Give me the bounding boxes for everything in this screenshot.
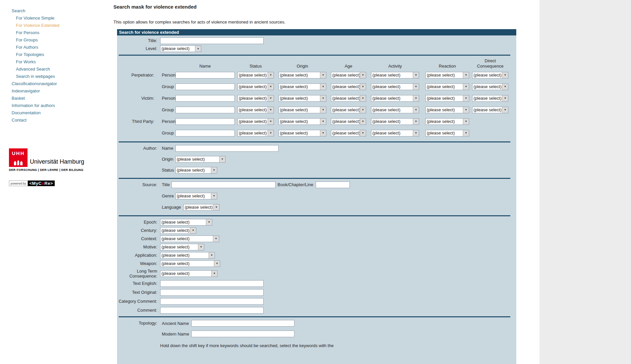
matrix-activity-select[interactable]: (please select)▼ — [371, 118, 419, 125]
matrix-activity-select[interactable]: (please select)▼ — [371, 83, 419, 90]
matrix-age-select[interactable]: (please select)▼ — [331, 118, 366, 125]
chevron-down-icon: ▼ — [211, 271, 217, 277]
chevron-down-icon: ▼ — [360, 130, 366, 136]
source-genre-select[interactable]: (please select)▼ — [175, 193, 217, 199]
matrix-name-input[interactable] — [175, 95, 235, 102]
sidebar-item[interactable]: Advanced Search — [16, 66, 101, 73]
matrix-status-select[interactable]: (please select)▼ — [237, 95, 274, 102]
sidebar-item[interactable]: Documentation — [12, 109, 101, 117]
modern-name-input[interactable] — [191, 331, 294, 337]
matrix-activity-select[interactable]: (please select)▼ — [371, 72, 419, 78]
matrix-name-input[interactable] — [175, 83, 235, 90]
sidebar-item[interactable]: Contact — [12, 117, 101, 124]
sidebar-item[interactable]: Information for authors — [12, 102, 101, 109]
matrix-origin-select[interactable]: (please select)▼ — [279, 83, 326, 90]
source-language-select[interactable]: (please select)▼ — [183, 204, 220, 211]
matrix-age-select[interactable]: (please select)▼ — [331, 107, 366, 113]
author-status-select[interactable]: (please select)▼ — [175, 167, 217, 174]
level-select-value: (please select) — [160, 46, 195, 52]
motive-select[interactable]: (please select)▼ — [160, 244, 204, 250]
text-original-label: Text Original: — [117, 290, 157, 295]
sidebar-item[interactable]: For Authors — [16, 44, 101, 51]
title-input[interactable] — [160, 37, 264, 44]
matrix-age-select[interactable]: (please select)▼ — [331, 95, 366, 102]
matrix-direct-consequence-select[interactable]: (please select)▼ — [472, 83, 508, 90]
chevron-down-icon: ▼ — [268, 84, 274, 90]
application-select[interactable]: (please select)▼ — [160, 252, 215, 259]
matrix-status-select[interactable]: (please select)▼ — [237, 83, 274, 90]
sidebar-item[interactable]: Basket — [12, 95, 101, 102]
matrix-status-select[interactable]: (please select)▼ — [237, 118, 274, 125]
sidebar-item[interactable]: Classificationsnavigator — [12, 80, 101, 87]
sidebar-item[interactable]: For Violence Simple — [16, 15, 101, 22]
matrix-direct-consequence-select[interactable]: (please select)▼ — [472, 95, 508, 102]
epoch-select[interactable]: (please select)▼ — [160, 219, 212, 226]
matrix-row: Perpetrator: Person (please select)▼ (p — [117, 72, 516, 78]
mycore-logo: <MyCoRe> — [28, 181, 55, 186]
matrix-reaction-select[interactable]: (please select)▼ — [425, 130, 469, 136]
matrix-name-input[interactable] — [175, 107, 235, 113]
sidebar-item[interactable]: Search — [12, 7, 101, 15]
text-english-input[interactable] — [160, 280, 264, 287]
matrix-direct-consequence-select[interactable]: (please select)▼ — [472, 72, 508, 78]
chevron-down-icon: ▼ — [413, 107, 419, 113]
matrix-origin-select[interactable]: (please select)▼ — [279, 72, 326, 78]
matrix-age-select[interactable]: (please select)▼ — [331, 72, 366, 78]
sidebar-item[interactable]: For Persons — [16, 29, 101, 36]
source-label: Source: — [117, 182, 157, 187]
chevron-down-icon: ▼ — [268, 72, 274, 78]
matrix-name-input[interactable] — [175, 130, 235, 136]
matrix-activity-select[interactable]: (please select)▼ — [371, 95, 419, 102]
chevron-down-icon: ▼ — [463, 84, 469, 90]
level-select[interactable]: (please select) ▼ — [160, 45, 201, 52]
ancient-name-input[interactable] — [191, 320, 294, 327]
uhh-logo[interactable]: UHH Universität Hamburg DER FORSCHUNG | … — [9, 148, 102, 172]
author-origin-select[interactable]: (please select)▼ — [175, 156, 225, 163]
matrix-reaction-select[interactable]: (please select)▼ — [425, 72, 469, 78]
matrix-reaction-select[interactable]: (please select)▼ — [425, 83, 469, 90]
context-select[interactable]: (please select)▼ — [160, 235, 219, 242]
hamburg-castle-icon — [13, 159, 24, 165]
matrix-origin-select[interactable]: (please select)▼ — [279, 130, 326, 136]
author-name-input[interactable] — [175, 145, 279, 152]
matrix-reaction-select[interactable]: (please select)▼ — [425, 107, 469, 113]
sidebar-item[interactable]: For Topologies — [16, 51, 101, 58]
book-chapter-line-input[interactable] — [316, 182, 350, 188]
matrix-origin-select[interactable]: (please select)▼ — [279, 95, 326, 102]
long-term-consequence-select[interactable]: (please select)▼ — [160, 270, 218, 277]
comment-input[interactable] — [160, 307, 264, 314]
weapon-select[interactable]: (please select)▼ — [160, 260, 220, 267]
matrix-direct-consequence-select[interactable]: (please select)▼ — [472, 107, 508, 113]
chevron-down-icon: ▼ — [320, 84, 326, 90]
matrix-origin-select[interactable]: (please select)▼ — [279, 107, 326, 113]
author-origin-label: Origin — [160, 157, 175, 162]
sidebar-item[interactable]: For Violence Extended — [16, 22, 101, 29]
matrix-status-select[interactable]: (please select)▼ — [237, 72, 274, 78]
matrix-age-select[interactable]: (please select)▼ — [331, 83, 366, 90]
mycore-badge[interactable]: powered by <MyCoRe> — [9, 181, 55, 186]
matrix-reaction-select[interactable]: (please select)▼ — [425, 95, 469, 102]
chevron-down-icon: ▼ — [213, 236, 219, 242]
matrix-name-input[interactable] — [175, 72, 235, 78]
sidebar-item[interactable]: For Groups — [16, 36, 101, 44]
matrix-status-select[interactable]: (please select)▼ — [237, 130, 274, 136]
column-header-activity: Activity — [371, 64, 419, 69]
category-comment-input[interactable] — [160, 298, 264, 305]
text-english-label: Text English: — [117, 281, 157, 286]
source-title-input[interactable] — [171, 182, 276, 188]
matrix-origin-select[interactable]: (please select)▼ — [279, 118, 326, 125]
sidebar-item[interactable]: Search in webpages — [16, 73, 101, 80]
century-select[interactable]: (please select)▼ — [160, 227, 196, 234]
matrix-row-sublabel: Person — [157, 73, 175, 78]
sidebar-item[interactable]: Indexnavigator — [12, 87, 101, 95]
matrix-age-select[interactable]: (please select)▼ — [331, 130, 366, 136]
text-original-input[interactable] — [160, 289, 264, 296]
matrix-reaction-select[interactable]: (please select)▼ — [425, 118, 469, 125]
sidebar-item[interactable]: For Works — [16, 58, 101, 66]
matrix-row: Group (please select)▼ (please select)▼ — [117, 130, 516, 136]
matrix-activity-select[interactable]: (please select)▼ — [371, 107, 419, 113]
matrix-name-input[interactable] — [175, 118, 235, 125]
matrix-status-select[interactable]: (please select)▼ — [237, 107, 274, 113]
author-label: Author: — [117, 146, 157, 151]
matrix-activity-select[interactable]: (please select)▼ — [371, 130, 419, 136]
